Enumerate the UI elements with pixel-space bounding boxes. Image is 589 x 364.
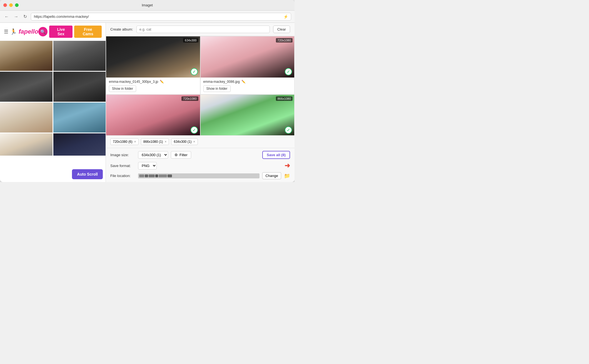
save-format-label: Save format: — [110, 164, 135, 168]
check-overlay-2[interactable]: ✓ — [285, 68, 292, 75]
app-window: Imaget ← → ↻ https://fapello.com/emma-ma… — [0, 0, 294, 182]
hamburger-icon[interactable]: ☰ — [4, 29, 8, 35]
imaget-topbar: Create album: Clear — [106, 23, 294, 36]
loc-seg-4 — [155, 174, 158, 177]
image-filename-1: emma-mackey_0145_300px_3.jp ✏️ — [109, 80, 197, 84]
grid-image-1[interactable] — [0, 41, 53, 71]
free-cams-button[interactable]: Free Cams — [74, 26, 102, 38]
logo-person-icon: 🏃 — [10, 28, 17, 35]
image-thumb-2[interactable]: 720x1080 ✓ — [201, 36, 294, 78]
filter-button[interactable]: ⚙ Filter — [171, 151, 191, 159]
main-content: ☰ 🏃 fapello 🔍 Live Sex Free Cams — [0, 23, 294, 182]
change-button[interactable]: Change — [262, 172, 281, 179]
forward-button[interactable]: → — [13, 13, 19, 20]
bookmark-icon[interactable]: ⚡ — [283, 14, 288, 19]
image-thumb-1[interactable]: 634x300 ✓ — [106, 36, 200, 78]
image-size-row: Image size: 634x300 (1) ⚙ Filter Save al… — [110, 151, 290, 159]
filter-tag-close-634[interactable]: × — [193, 140, 195, 144]
image-info-1: emma-mackey_0145_300px_3.jp ✏️ Show in f… — [106, 78, 200, 94]
url-text: https://fapello.com/emma-mackey/ — [34, 14, 281, 19]
traffic-lights — [3, 3, 19, 7]
image-filename-2: emma-mackey_0086.jpg ✏️ — [203, 80, 292, 84]
check-overlay-4[interactable]: ✓ — [285, 126, 292, 134]
loc-seg-3 — [149, 174, 155, 177]
bottom-controls: Image size: 634x300 (1) ⚙ Filter Save al… — [106, 148, 294, 182]
image-card-3: 720x1080 ✓ emma-mackey_0102.jpg ✏️ Show … — [106, 94, 200, 135]
filter-tag-634: 634x300 (1) × — [171, 138, 198, 145]
create-album-label: Create album: — [110, 27, 133, 31]
show-folder-button-2[interactable]: Show in folder — [203, 85, 231, 92]
clear-button[interactable]: Clear — [273, 26, 290, 33]
folder-icon-button[interactable]: 📁 — [284, 173, 290, 179]
grid-image-3[interactable] — [0, 72, 53, 102]
arrow-indicator: ➜ — [284, 162, 290, 169]
window-title: Imaget — [142, 3, 153, 7]
browser-bar: ← → ↻ https://fapello.com/emma-mackey/ ⚡ — [0, 11, 294, 23]
save-all-button[interactable]: Save all (8) — [262, 151, 290, 159]
file-location-row: File location: Change 📁 — [110, 172, 290, 179]
grid-image-6[interactable] — [53, 103, 106, 133]
grid-image-2[interactable] — [53, 41, 106, 71]
dimension-badge-3: 720x1080 — [181, 96, 198, 101]
edit-filename-icon-2[interactable]: ✏️ — [241, 80, 246, 84]
loc-seg-5 — [159, 174, 167, 177]
logo-text: fapello — [19, 28, 38, 35]
grid-image-8[interactable] — [53, 133, 106, 156]
filter-tag-close-866[interactable]: × — [164, 140, 166, 144]
filter-tag-close-720[interactable]: × — [134, 140, 136, 144]
address-bar[interactable]: https://fapello.com/emma-mackey/ ⚡ — [31, 13, 291, 21]
filter-tags: 720x1080 (6) × 866x1080 (1) × 634x300 (1… — [106, 135, 294, 148]
grid-image-5[interactable] — [0, 103, 53, 133]
filter-icon: ⚙ — [174, 153, 178, 157]
image-size-label: Image size: — [110, 153, 135, 157]
check-overlay-1[interactable]: ✓ — [191, 68, 198, 75]
show-folder-button-1[interactable]: Show in folder — [109, 85, 136, 92]
image-card-4: 866x1080 ✓ emma-mackey_0031.jpg ✏️ Show … — [200, 94, 295, 135]
image-card-1: 634x300 ✓ emma-mackey_0145_300px_3.jp ✏️… — [106, 36, 200, 94]
browser-image-grid — [0, 41, 106, 156]
back-button[interactable]: ← — [3, 13, 10, 20]
dimension-badge-2: 720x1080 — [276, 38, 293, 43]
grid-image-4[interactable] — [53, 72, 106, 102]
image-thumb-4[interactable]: 866x1080 ✓ — [201, 95, 294, 135]
image-size-select[interactable]: 634x300 (1) — [138, 151, 168, 159]
check-overlay-3[interactable]: ✓ — [191, 126, 198, 134]
filter-tag-866: 866x1080 (1) × — [141, 138, 169, 145]
album-input[interactable] — [136, 26, 270, 33]
image-card-2: 720x1080 ✓ emma-mackey_0086.jpg ✏️ Show … — [200, 36, 295, 94]
file-location-bar — [138, 173, 259, 178]
loc-seg-1 — [139, 174, 144, 177]
arrow-container: ➜ — [284, 162, 290, 169]
browser-image-grid-container: Auto Scroll — [0, 41, 106, 182]
browser-panel: ☰ 🏃 fapello 🔍 Live Sex Free Cams — [0, 23, 106, 182]
auto-scroll-button[interactable]: Auto Scroll — [72, 169, 103, 179]
imaget-panel: Create album: Clear 634x300 ✓ — [106, 23, 294, 182]
image-info-2: emma-mackey_0086.jpg ✏️ Show in folder — [201, 78, 294, 94]
refresh-button[interactable]: ↻ — [22, 13, 28, 20]
close-button[interactable] — [3, 3, 7, 7]
site-logo: ☰ 🏃 fapello — [4, 28, 38, 35]
edit-filename-icon-1[interactable]: ✏️ — [160, 80, 164, 84]
images-grid: 634x300 ✓ emma-mackey_0145_300px_3.jp ✏️… — [106, 36, 294, 135]
dimension-badge-1: 634x300 — [183, 38, 198, 43]
search-button[interactable]: 🔍 — [38, 27, 48, 36]
titlebar: Imaget — [0, 0, 294, 11]
loc-seg-6 — [168, 174, 172, 177]
filter-tag-720: 720x1080 (6) × — [110, 138, 139, 145]
save-format-row: Save format: PNG ➜ — [110, 162, 290, 169]
live-sex-button[interactable]: Live Sex — [49, 26, 73, 38]
fullscreen-button[interactable] — [15, 3, 19, 7]
file-location-label: File location: — [110, 174, 135, 178]
grid-image-7[interactable] — [0, 133, 53, 156]
site-nav-buttons: 🔍 Live Sex Free Cams — [38, 26, 102, 38]
loc-seg-2 — [145, 174, 148, 177]
save-format-select[interactable]: PNG — [138, 162, 157, 169]
site-header: ☰ 🏃 fapello 🔍 Live Sex Free Cams — [0, 23, 106, 41]
minimize-button[interactable] — [9, 3, 13, 7]
image-thumb-3[interactable]: 720x1080 ✓ — [106, 95, 200, 135]
dimension-badge-4: 866x1080 — [276, 96, 293, 101]
